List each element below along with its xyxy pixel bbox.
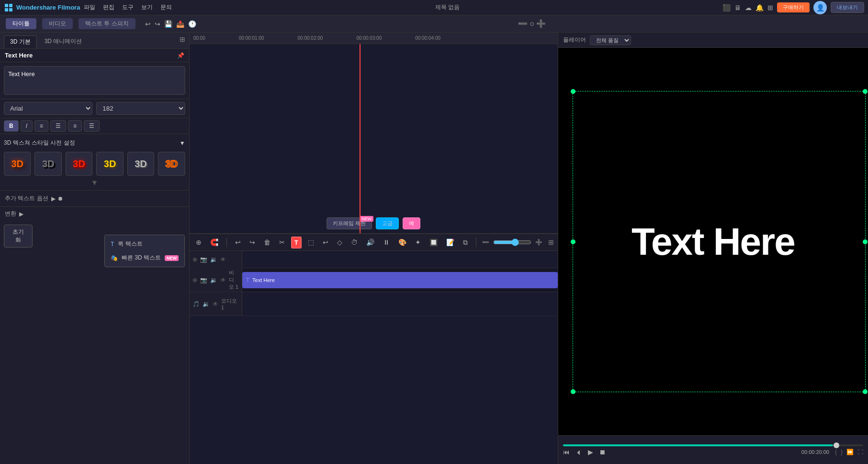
handle-tr[interactable]: [863, 89, 868, 94]
user-avatar[interactable]: 👤: [813, 1, 827, 14]
keyframe-icon[interactable]: ◇: [335, 237, 345, 248]
keyframe-button[interactable]: 키프레임 제한 NEW: [327, 217, 372, 229]
track-eye-icon[interactable]: 👁: [220, 256, 226, 263]
timer-icon[interactable]: ⏱: [349, 237, 360, 248]
color-icon[interactable]: 🎨: [396, 237, 409, 248]
titlebar-icon-4[interactable]: 🔔: [755, 4, 764, 11]
zoom-in-timeline[interactable]: ➕: [535, 239, 542, 246]
tooltip-item-3d-text[interactable]: 🎭 빠른 3D 텍스트 NEW: [105, 251, 184, 265]
track-audio-icon[interactable]: 🔉: [210, 256, 217, 263]
track-audio-icon-eye2[interactable]: 👁: [213, 301, 218, 307]
preset-collapse-icon[interactable]: ▼: [180, 140, 185, 147]
preview-canvas[interactable]: Text Here: [558, 48, 868, 435]
eq-icon[interactable]: ⏸: [381, 237, 392, 248]
handle-mr[interactable]: [863, 239, 868, 244]
preset-item-1[interactable]: 3D: [4, 152, 31, 176]
prev-frame-button[interactable]: ⏴: [575, 448, 582, 456]
transform-option-row[interactable]: 변환 ▶: [0, 206, 189, 221]
undo-icon[interactable]: ↩: [233, 237, 243, 248]
brace-left[interactable]: {: [835, 449, 837, 455]
preset-item-2[interactable]: 3D: [34, 152, 61, 176]
titlebar-icon-5[interactable]: ⊞: [767, 4, 773, 11]
zoom-out-icon[interactable]: ➖: [518, 19, 528, 28]
add-track-icon[interactable]: ⊕: [193, 237, 204, 248]
tab-3d-basic[interactable]: 3D 기본: [4, 35, 37, 48]
font-selector[interactable]: Arial: [4, 102, 92, 115]
handle-bl[interactable]: [571, 389, 575, 394]
toolbar-icon-redo[interactable]: ↪: [155, 20, 160, 28]
track-video-icon-cam[interactable]: 📷: [200, 277, 207, 283]
bold-button[interactable]: B: [4, 120, 19, 132]
tooltip-item-quick-text[interactable]: T 퀵 텍스트: [105, 237, 184, 251]
progress-handle[interactable]: [834, 442, 839, 448]
preset-item-5[interactable]: 3D: [127, 152, 154, 176]
justify-button[interactable]: ☰: [84, 120, 100, 132]
progress-bar[interactable]: [563, 444, 863, 446]
rewind-button[interactable]: ⏮: [563, 448, 570, 456]
zoom-slider[interactable]: [493, 238, 531, 246]
align-right-button[interactable]: ≡: [68, 120, 82, 132]
titlebar-icon-3[interactable]: ☁: [745, 4, 752, 11]
extra-options-row[interactable]: 추가 텍스트 옵션 ▶: [0, 191, 189, 206]
magnet-icon[interactable]: 🧲: [208, 237, 221, 248]
align-left-button[interactable]: ≡: [34, 120, 48, 132]
preset-item-6[interactable]: 3D: [158, 152, 185, 176]
handle-tl[interactable]: [571, 89, 575, 94]
reset-button[interactable]: 초기화: [4, 225, 33, 248]
forward-btn[interactable]: ⏩: [846, 449, 854, 455]
align-center-button[interactable]: ☰: [50, 120, 66, 132]
quality-selector[interactable]: 전체 품질: [590, 35, 631, 45]
zoom-out-timeline[interactable]: ➖: [482, 239, 489, 246]
transition-icon[interactable]: 🔲: [427, 237, 440, 248]
menu-file[interactable]: 파일: [84, 3, 95, 11]
toolbar-icon-undo[interactable]: ↩: [145, 20, 151, 28]
buy-button[interactable]: 구매하기: [777, 2, 810, 12]
font-size-selector[interactable]: 182: [96, 102, 185, 115]
copy-icon[interactable]: ⧉: [461, 237, 470, 248]
tab-video[interactable]: 비디오: [42, 18, 73, 29]
toolbar-icon-history[interactable]: 🕐: [188, 20, 196, 28]
tab-tts[interactable]: 텍스트 투 스피치: [79, 18, 135, 29]
redo-icon[interactable]: ↪: [247, 237, 258, 248]
speed-icon[interactable]: ↩: [320, 237, 331, 248]
advanced-button[interactable]: 고급: [376, 217, 399, 229]
track-video-icon-add[interactable]: ⊕: [192, 277, 197, 283]
handle-ml[interactable]: [571, 239, 575, 244]
titlebar-icon-1[interactable]: ⬛: [722, 4, 731, 11]
cut-icon[interactable]: ✂: [277, 237, 287, 248]
tab-title[interactable]: 타이틀: [6, 18, 36, 29]
fit-timeline[interactable]: ⊞: [548, 238, 554, 246]
volume-icon[interactable]: 🔊: [364, 237, 377, 248]
zoom-in-icon[interactable]: ➕: [536, 19, 546, 28]
text-clip[interactable]: T Text Here: [242, 272, 558, 288]
fullscreen-btn[interactable]: ⛶: [857, 449, 863, 455]
preset-scroll-down[interactable]: ▼: [4, 179, 185, 187]
track-video-icon-vol[interactable]: 🔉: [210, 277, 217, 283]
delete-icon[interactable]: 🗑: [261, 237, 273, 248]
menu-edit[interactable]: 편집: [103, 3, 114, 11]
preset-item-3[interactable]: 3D: [66, 152, 92, 176]
playhead[interactable]: [360, 44, 361, 234]
preview-kf-button[interactable]: 예: [403, 217, 420, 229]
export-button[interactable]: 내보내기: [831, 2, 864, 13]
pin-icon[interactable]: 📌: [177, 52, 184, 59]
effect-icon[interactable]: ✦: [413, 237, 423, 248]
track-video-icon-eye[interactable]: 👁: [220, 277, 226, 283]
play-button[interactable]: ▶: [588, 448, 593, 456]
menu-help[interactable]: 문의: [160, 3, 172, 11]
track-camera-icon[interactable]: 📷: [200, 256, 207, 263]
track-audio-icon-vol2[interactable]: 🔉: [203, 301, 210, 307]
menu-view[interactable]: 보기: [141, 3, 153, 11]
toolbar-icon-save[interactable]: 💾: [164, 20, 172, 28]
toolbar-icon-share[interactable]: 📤: [176, 20, 184, 28]
tab-3d-animation[interactable]: 3D 애니메이션: [39, 35, 88, 48]
titlebar-icon-2[interactable]: 🖥: [734, 4, 741, 11]
text-tool-icon[interactable]: T: [291, 237, 302, 249]
menu-tools[interactable]: 도구: [122, 3, 134, 11]
crop-tool-icon[interactable]: ⬚: [305, 237, 316, 248]
stop-button[interactable]: ⏹: [599, 448, 606, 456]
panel-expand-icon[interactable]: ⊞: [180, 35, 185, 48]
text-input[interactable]: Text Here: [4, 66, 185, 95]
italic-button[interactable]: I: [21, 120, 33, 132]
brace-right[interactable]: }: [841, 449, 843, 455]
